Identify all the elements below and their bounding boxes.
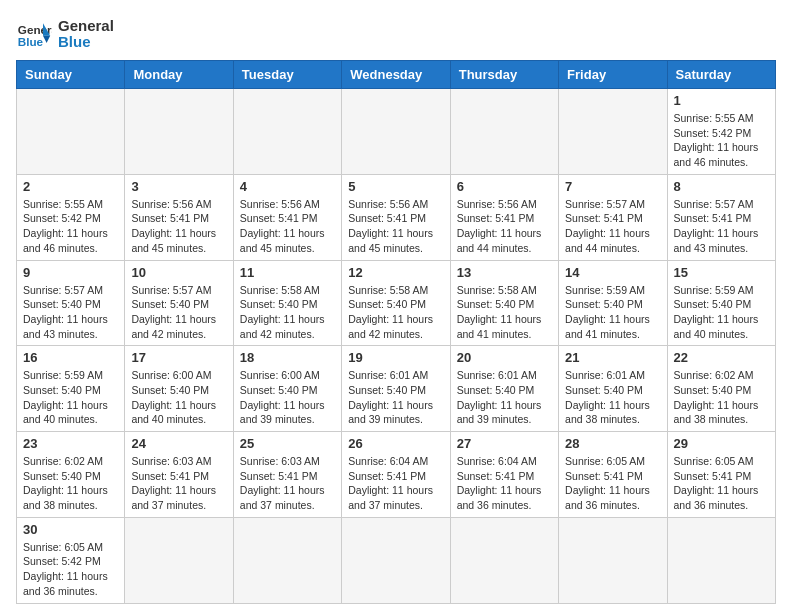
weekday-header-friday: Friday [559,61,667,89]
calendar-cell [17,89,125,175]
sunrise-label: Sunrise: 5:57 AM [131,284,211,296]
day-info: Sunrise: 5:56 AMSunset: 5:41 PMDaylight:… [240,197,335,256]
calendar-row-2: 2Sunrise: 5:55 AMSunset: 5:42 PMDaylight… [17,174,776,260]
sunrise-label: Sunrise: 6:01 AM [565,369,645,381]
calendar-cell [450,517,558,603]
calendar-cell: 25Sunrise: 6:03 AMSunset: 5:41 PMDayligh… [233,432,341,518]
calendar-cell: 9Sunrise: 5:57 AMSunset: 5:40 PMDaylight… [17,260,125,346]
day-number: 29 [674,436,769,451]
day-number: 14 [565,265,660,280]
daylight-label: Daylight: 11 hours and 43 minutes. [23,313,108,340]
weekday-header-sunday: Sunday [17,61,125,89]
day-info: Sunrise: 5:57 AMSunset: 5:40 PMDaylight:… [23,283,118,342]
day-number: 16 [23,350,118,365]
logo: General Blue General Blue [16,16,114,52]
sunrise-label: Sunrise: 6:01 AM [348,369,428,381]
day-number: 6 [457,179,552,194]
daylight-label: Daylight: 11 hours and 40 minutes. [23,399,108,426]
day-info: Sunrise: 6:02 AMSunset: 5:40 PMDaylight:… [23,454,118,513]
sunset-label: Sunset: 5:42 PM [674,127,752,139]
calendar-cell: 5Sunrise: 5:56 AMSunset: 5:41 PMDaylight… [342,174,450,260]
sunrise-label: Sunrise: 6:05 AM [674,455,754,467]
calendar-cell: 4Sunrise: 5:56 AMSunset: 5:41 PMDaylight… [233,174,341,260]
sunrise-label: Sunrise: 5:57 AM [565,198,645,210]
day-number: 15 [674,265,769,280]
calendar-cell: 26Sunrise: 6:04 AMSunset: 5:41 PMDayligh… [342,432,450,518]
day-number: 8 [674,179,769,194]
weekday-header-wednesday: Wednesday [342,61,450,89]
day-info: Sunrise: 6:00 AMSunset: 5:40 PMDaylight:… [131,368,226,427]
day-info: Sunrise: 6:01 AMSunset: 5:40 PMDaylight:… [565,368,660,427]
daylight-label: Daylight: 11 hours and 36 minutes. [674,484,759,511]
sunset-label: Sunset: 5:40 PM [348,384,426,396]
sunrise-label: Sunrise: 6:02 AM [674,369,754,381]
calendar-cell: 19Sunrise: 6:01 AMSunset: 5:40 PMDayligh… [342,346,450,432]
calendar-cell: 27Sunrise: 6:04 AMSunset: 5:41 PMDayligh… [450,432,558,518]
calendar-cell [559,517,667,603]
calendar-cell: 18Sunrise: 6:00 AMSunset: 5:40 PMDayligh… [233,346,341,432]
day-number: 4 [240,179,335,194]
day-info: Sunrise: 5:59 AMSunset: 5:40 PMDaylight:… [565,283,660,342]
daylight-label: Daylight: 11 hours and 42 minutes. [131,313,216,340]
calendar-cell: 23Sunrise: 6:02 AMSunset: 5:40 PMDayligh… [17,432,125,518]
sunset-label: Sunset: 5:41 PM [348,212,426,224]
daylight-label: Daylight: 11 hours and 36 minutes. [457,484,542,511]
day-number: 12 [348,265,443,280]
sunrise-label: Sunrise: 5:57 AM [674,198,754,210]
sunrise-label: Sunrise: 5:59 AM [565,284,645,296]
calendar-cell [125,517,233,603]
day-number: 3 [131,179,226,194]
day-number: 1 [674,93,769,108]
sunset-label: Sunset: 5:40 PM [131,298,209,310]
sunrise-label: Sunrise: 6:03 AM [240,455,320,467]
daylight-label: Daylight: 11 hours and 38 minutes. [565,399,650,426]
calendar-cell [233,517,341,603]
sunset-label: Sunset: 5:40 PM [674,298,752,310]
calendar-cell: 11Sunrise: 5:58 AMSunset: 5:40 PMDayligh… [233,260,341,346]
day-info: Sunrise: 5:57 AMSunset: 5:41 PMDaylight:… [674,197,769,256]
calendar-cell: 2Sunrise: 5:55 AMSunset: 5:42 PMDaylight… [17,174,125,260]
calendar-cell: 14Sunrise: 5:59 AMSunset: 5:40 PMDayligh… [559,260,667,346]
calendar-cell [450,89,558,175]
sunrise-label: Sunrise: 6:05 AM [23,541,103,553]
day-number: 28 [565,436,660,451]
sunset-label: Sunset: 5:41 PM [131,470,209,482]
calendar-cell: 15Sunrise: 5:59 AMSunset: 5:40 PMDayligh… [667,260,775,346]
sunset-label: Sunset: 5:40 PM [565,298,643,310]
daylight-label: Daylight: 11 hours and 36 minutes. [23,570,108,597]
daylight-label: Daylight: 11 hours and 46 minutes. [674,141,759,168]
calendar-cell [342,89,450,175]
day-info: Sunrise: 6:03 AMSunset: 5:41 PMDaylight:… [240,454,335,513]
calendar-cell: 12Sunrise: 5:58 AMSunset: 5:40 PMDayligh… [342,260,450,346]
sunset-label: Sunset: 5:40 PM [240,298,318,310]
calendar-cell: 8Sunrise: 5:57 AMSunset: 5:41 PMDaylight… [667,174,775,260]
day-info: Sunrise: 6:04 AMSunset: 5:41 PMDaylight:… [457,454,552,513]
sunrise-label: Sunrise: 5:55 AM [23,198,103,210]
daylight-label: Daylight: 11 hours and 45 minutes. [131,227,216,254]
daylight-label: Daylight: 11 hours and 44 minutes. [457,227,542,254]
sunrise-label: Sunrise: 5:57 AM [23,284,103,296]
sunset-label: Sunset: 5:41 PM [674,212,752,224]
weekday-header-thursday: Thursday [450,61,558,89]
sunrise-label: Sunrise: 6:00 AM [240,369,320,381]
day-number: 19 [348,350,443,365]
sunset-label: Sunset: 5:40 PM [23,470,101,482]
day-number: 24 [131,436,226,451]
day-number: 23 [23,436,118,451]
daylight-label: Daylight: 11 hours and 45 minutes. [240,227,325,254]
daylight-label: Daylight: 11 hours and 37 minutes. [348,484,433,511]
sunset-label: Sunset: 5:40 PM [457,298,535,310]
day-number: 25 [240,436,335,451]
sunset-label: Sunset: 5:41 PM [131,212,209,224]
calendar-cell: 20Sunrise: 6:01 AMSunset: 5:40 PMDayligh… [450,346,558,432]
sunrise-label: Sunrise: 5:58 AM [240,284,320,296]
day-info: Sunrise: 5:58 AMSunset: 5:40 PMDaylight:… [348,283,443,342]
day-number: 10 [131,265,226,280]
day-info: Sunrise: 5:57 AMSunset: 5:40 PMDaylight:… [131,283,226,342]
svg-text:Blue: Blue [18,35,44,48]
sunset-label: Sunset: 5:42 PM [23,212,101,224]
sunrise-label: Sunrise: 5:56 AM [457,198,537,210]
sunrise-label: Sunrise: 6:04 AM [348,455,428,467]
weekday-header-saturday: Saturday [667,61,775,89]
daylight-label: Daylight: 11 hours and 46 minutes. [23,227,108,254]
